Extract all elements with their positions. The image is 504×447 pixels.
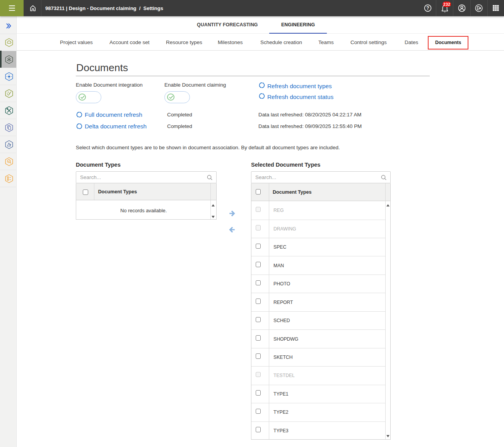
svg-text:?: ? [426,5,429,11]
